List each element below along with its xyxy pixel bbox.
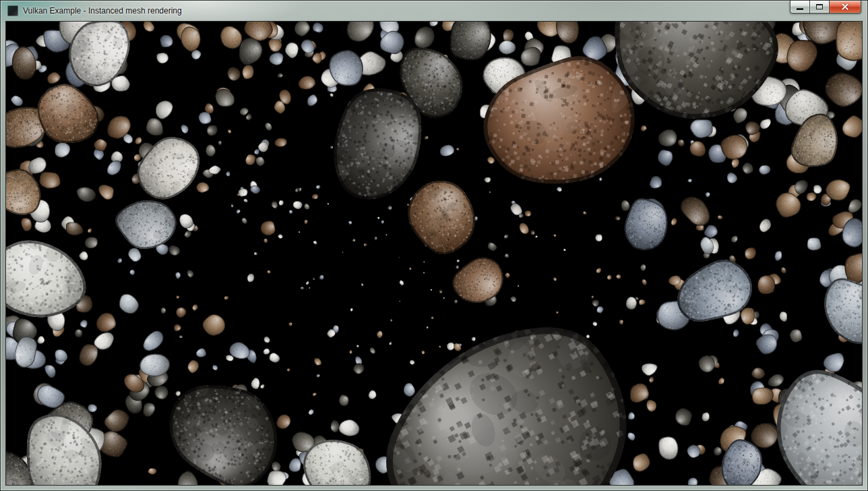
maximize-icon	[816, 4, 823, 9]
render-viewport	[5, 21, 863, 486]
title-bar[interactable]: Vulkan Example - Instanced mesh renderin…	[1, 1, 867, 21]
maximize-button[interactable]	[810, 1, 830, 13]
minimize-button[interactable]	[790, 1, 810, 13]
close-button[interactable]	[830, 1, 861, 13]
window-title: Vulkan Example - Instanced mesh renderin…	[23, 6, 182, 16]
app-window: Vulkan Example - Instanced mesh renderin…	[0, 0, 868, 491]
render-canvas[interactable]	[6, 22, 862, 485]
app-icon	[7, 5, 18, 16]
window-controls	[790, 1, 861, 13]
close-icon	[840, 2, 850, 11]
minimize-icon	[797, 8, 803, 10]
